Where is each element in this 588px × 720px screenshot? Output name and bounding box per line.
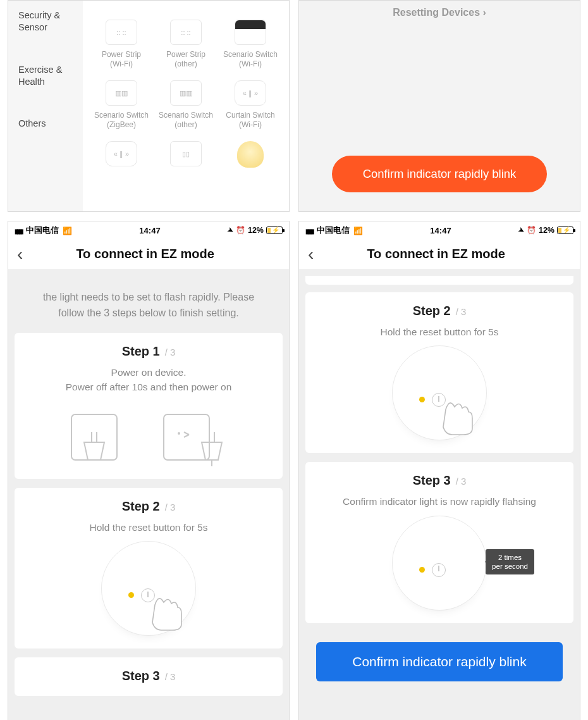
step-2-card: Step 2 / 3 Hold the reset button for 5s [15,488,283,649]
previous-card-peek [305,276,573,285]
device-item[interactable] [219,141,282,173]
device-item[interactable]: « ‖ » [90,141,153,173]
battery-pct-label: 12% [539,226,554,235]
page-title: To connect in EZ mode [8,247,284,261]
wifi-icon [63,226,72,235]
hand-press-icon [142,587,187,631]
intro-text: the light needs to be set to flash rapid… [15,276,283,333]
step-2-card: Step 2 / 3 Hold the reset button for 5s [305,292,573,453]
hand-press-icon [433,392,477,436]
carrier-label: 中国电信 [317,225,350,236]
svg-line-7 [184,435,189,437]
sidebar-item-exercise[interactable]: Exercise & Health [8,58,83,94]
status-bar: 中国电信 14:47 12% ⚡ [8,221,289,239]
carrier-label: 中国电信 [26,225,59,236]
resetting-devices-link[interactable]: Resetting Devices › [393,7,486,18]
step-desc: Confirm indicator light is now rapidly f… [314,494,565,509]
plug-off-icon [161,406,231,466]
step-title: Step 1 [122,344,160,359]
light-bulb-icon [237,141,264,168]
wifi-icon [353,226,363,235]
switch-icon: ▯▯ [170,141,202,166]
step-count: / 3 [165,671,176,682]
device-label: Power Strip (Wi-Fi) [102,50,141,69]
svg-line-6 [184,432,189,435]
step-3-card-peek: Step 3 / 3 [15,657,283,696]
svg-rect-0 [71,414,117,460]
clock-label: 14:47 [72,226,228,235]
device-label: Scenario Switch (Wi-Fi) [223,50,278,69]
device-press-illustration [101,541,196,636]
scenario-switch-icon [235,20,266,45]
battery-icon: ⚡ [266,227,283,234]
led-indicator-icon [419,567,425,573]
device-press-illustration [392,345,487,440]
device-item[interactable]: ▯▯ [154,141,217,173]
svg-point-5 [178,432,180,435]
curtain-switch-icon: « ‖ » [106,141,137,166]
scenario-switch-icon: ▥▥ [106,80,137,106]
step-count: / 3 [456,306,467,317]
step-illustration [23,406,274,466]
step-count: / 3 [165,347,176,357]
sidebar-item-others[interactable]: Others [8,111,83,136]
category-sidebar: Security & Sensor Exercise & Health Othe… [8,1,83,211]
device-label: Power Strip (other) [166,50,205,69]
step-count: / 3 [165,502,176,512]
plug-on-icon [66,406,136,466]
power-strip-icon: :: :: [170,20,202,45]
signal-icon [305,226,313,235]
scenario-switch-icon: ▥▥ [170,80,202,106]
device-label: Scenario Switch (other) [159,111,213,130]
svg-marker-8 [202,442,222,460]
device-scenario-switch-wifi[interactable]: Scenario Switch (Wi-Fi) [219,20,282,69]
nav-bar: ‹ To connect in EZ mode [8,239,289,270]
step-desc: Hold the reset button for 5s [23,520,274,535]
device-label: Curtain Switch (Wi-Fi) [226,111,274,130]
curtain-switch-icon: « ‖ » [235,80,266,106]
device-grid: :: :: Power Strip (Wi-Fi) :: :: Power St… [83,1,289,211]
led-indicator-icon [128,592,134,598]
alarm-icon [236,226,245,235]
device-category-panel: Security & Sensor Exercise & Health Othe… [8,0,290,212]
step-1-card: Step 1 / 3 Power on device. Power off af… [15,333,283,480]
ez-mode-step3-screen: 中国电信 14:47 12% ⚡ ‹ To connect in EZ mode… [298,221,580,720]
device-scenario-switch-zigbee[interactable]: ▥▥ Scenario Switch (ZigBee) [90,80,153,130]
status-bar: 中国电信 14:47 12% ⚡ [299,221,580,239]
svg-rect-4 [164,414,209,460]
step-title: Step 2 [122,499,160,514]
device-label: Scenario Switch (ZigBee) [94,111,149,130]
location-icon [228,226,233,235]
page-title: To connect in EZ mode [298,247,575,261]
step-title: Step 3 [413,473,451,488]
device-power-strip-other[interactable]: :: :: Power Strip (other) [154,20,217,69]
signal-icon [15,226,22,235]
blink-rate-tooltip: 2 times per second [486,549,534,575]
sidebar-item-security[interactable]: Security & Sensor [8,3,83,40]
step-desc: Power on device. Power off after 10s and… [23,365,274,395]
confirm-indicator-button[interactable]: Confirm indicator rapidly blink [332,156,547,192]
power-button-icon [432,563,446,577]
confirm-indicator-button[interactable]: Confirm indicator rapidly blink [316,642,563,681]
battery-icon: ⚡ [557,227,573,234]
led-indicator-icon [419,397,425,402]
step-count: / 3 [456,476,467,487]
alarm-icon [527,226,536,235]
reset-confirm-panel: Resetting Devices › Confirm indicator ra… [298,0,580,212]
step-title: Step 2 [413,304,451,318]
step-desc: Hold the reset button for 5s [314,325,565,339]
ez-mode-step1-screen: 中国电信 14:47 12% ⚡ ‹ To connect in EZ mode… [8,221,290,720]
device-blink-illustration: 2 times per second [392,516,487,611]
location-icon [518,226,524,235]
device-scenario-switch-other[interactable]: ▥▥ Scenario Switch (other) [154,80,217,130]
step-title: Step 3 [122,669,160,683]
power-strip-icon: :: :: [106,20,137,45]
battery-pct-label: 12% [248,226,264,235]
nav-bar: ‹ To connect in EZ mode [299,239,580,270]
svg-marker-1 [84,442,104,460]
step-3-card: Step 3 / 3 Confirm indicator light is no… [305,462,573,623]
clock-label: 14:47 [363,226,518,235]
device-curtain-switch-wifi[interactable]: « ‖ » Curtain Switch (Wi-Fi) [219,80,282,130]
device-power-strip-wifi[interactable]: :: :: Power Strip (Wi-Fi) [90,20,153,69]
